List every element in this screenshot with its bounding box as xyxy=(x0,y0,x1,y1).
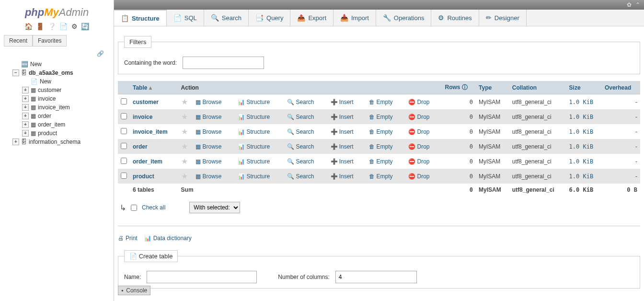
recent-button[interactable]: Recent xyxy=(4,35,33,46)
search-action[interactable]: 🔍Search xyxy=(287,99,314,105)
with-selected-select[interactable]: With selected: xyxy=(189,202,240,213)
empty-action[interactable]: 🗑Empty xyxy=(369,99,392,105)
search-action[interactable]: 🔍Search xyxy=(287,128,314,135)
check-all-checkbox[interactable] xyxy=(131,205,137,211)
row-checkbox[interactable] xyxy=(121,128,127,134)
help-icon[interactable]: ⓘ xyxy=(462,84,468,91)
table-name-link[interactable]: customer xyxy=(133,99,159,105)
row-checkbox[interactable] xyxy=(121,158,127,164)
reload-icon[interactable]: 🔄 xyxy=(81,23,89,30)
structure-action[interactable]: 📊Structure xyxy=(238,99,270,105)
insert-action[interactable]: ➕Insert xyxy=(331,114,354,120)
tab-sql[interactable]: 📄SQL xyxy=(167,10,204,26)
structure-action[interactable]: 📊Structure xyxy=(238,128,270,135)
tab-import[interactable]: 📥Import xyxy=(334,10,376,26)
browse-action[interactable]: ▦Browse xyxy=(196,128,221,135)
insert-action[interactable]: ➕Insert xyxy=(331,99,354,105)
tree-information-schema[interactable]: +🗄information_schema xyxy=(4,138,110,146)
structure-action[interactable]: 📊Structure xyxy=(238,158,270,165)
tab-operations[interactable]: 🔧Operations xyxy=(376,10,432,26)
expand-icon[interactable]: + xyxy=(22,130,29,137)
filter-input[interactable] xyxy=(183,57,264,69)
gear-icon[interactable]: ✿ xyxy=(627,1,632,8)
tab-export[interactable]: 📤Export xyxy=(290,10,334,26)
browse-action[interactable]: ▦Browse xyxy=(196,173,221,180)
search-action[interactable]: 🔍Search xyxy=(287,173,314,180)
drop-action[interactable]: ⛔Drop xyxy=(408,99,429,105)
expand-icon[interactable]: + xyxy=(12,139,19,145)
tab-structure[interactable]: 📋Structure xyxy=(114,10,167,26)
empty-action[interactable]: 🗑Empty xyxy=(369,114,392,120)
favorite-star-icon[interactable]: ★ xyxy=(181,127,188,136)
browse-action[interactable]: ▦Browse xyxy=(196,158,221,165)
browse-action[interactable]: ▦Browse xyxy=(196,114,221,120)
search-action[interactable]: 🔍Search xyxy=(287,143,314,150)
drop-action[interactable]: ⛔Drop xyxy=(408,128,429,135)
favorites-button[interactable]: Favorites xyxy=(33,35,67,46)
logout-icon[interactable]: 🚪 xyxy=(36,23,44,30)
structure-action[interactable]: 📊Structure xyxy=(238,114,270,120)
empty-action[interactable]: 🗑Empty xyxy=(369,143,392,150)
table-name-link[interactable]: product xyxy=(133,173,154,180)
expand-icon[interactable]: + xyxy=(22,113,29,119)
structure-action[interactable]: 📊Structure xyxy=(238,143,270,150)
tree-table-customer[interactable]: +▦customer xyxy=(4,86,110,94)
link-icon[interactable]: 🔗 xyxy=(97,50,104,57)
tree-table-product[interactable]: +▦product xyxy=(4,129,110,138)
table-name-link[interactable]: invoice xyxy=(133,114,152,120)
tree-table-invoice[interactable]: +▦invoice xyxy=(4,94,110,103)
drop-action[interactable]: ⛔Drop xyxy=(408,173,429,180)
expand-icon[interactable]: + xyxy=(22,104,29,111)
insert-action[interactable]: ➕Insert xyxy=(331,143,354,150)
tree-table-invoice_item[interactable]: +▦invoice_item xyxy=(4,103,110,112)
tree-db-new-table[interactable]: 📄New xyxy=(4,77,110,86)
create-name-input[interactable] xyxy=(147,271,257,283)
empty-action[interactable]: 🗑Empty xyxy=(369,173,392,180)
insert-action[interactable]: ➕Insert xyxy=(331,173,354,180)
row-checkbox[interactable] xyxy=(121,98,127,104)
console-bar[interactable]: ▪ Console xyxy=(118,286,150,295)
tree-table-order[interactable]: +▦order xyxy=(4,112,110,120)
logo[interactable]: phpMyAdmin xyxy=(0,2,114,21)
tab-search[interactable]: 🔍Search xyxy=(204,10,249,26)
favorite-star-icon[interactable]: ★ xyxy=(181,98,188,106)
expand-icon[interactable]: + xyxy=(22,121,29,128)
tab-routines[interactable]: ⚙Routines xyxy=(431,10,479,26)
collapse-panel-icon[interactable]: ⌃ xyxy=(635,1,640,8)
settings-icon[interactable]: ⚙ xyxy=(71,23,78,30)
search-action[interactable]: 🔍Search xyxy=(287,158,314,165)
collapse-icon[interactable]: − xyxy=(12,69,19,76)
drop-action[interactable]: ⛔Drop xyxy=(408,143,429,150)
expand-icon[interactable]: + xyxy=(22,95,29,102)
empty-action[interactable]: 🗑Empty xyxy=(369,158,392,165)
favorite-star-icon[interactable]: ★ xyxy=(181,142,188,150)
insert-action[interactable]: ➕Insert xyxy=(331,128,354,135)
tab-designer[interactable]: ✏Designer xyxy=(479,10,527,26)
row-checkbox[interactable] xyxy=(121,113,127,119)
data-dictionary-link[interactable]: 📊Data dictionary xyxy=(144,235,192,242)
tree-new-db[interactable]: 🆕New xyxy=(4,60,110,69)
drop-action[interactable]: ⛔Drop xyxy=(408,158,429,165)
create-cols-input[interactable] xyxy=(335,271,417,283)
docs-icon[interactable]: ❔ xyxy=(48,23,56,30)
tab-query[interactable]: 📑Query xyxy=(249,10,290,26)
favorite-star-icon[interactable]: ★ xyxy=(181,172,188,180)
sql-icon[interactable]: 📄 xyxy=(59,23,68,30)
favorite-star-icon[interactable]: ★ xyxy=(181,157,188,165)
insert-action[interactable]: ➕Insert xyxy=(331,158,354,165)
favorite-star-icon[interactable]: ★ xyxy=(181,113,188,121)
table-name-link[interactable]: invoice_item xyxy=(133,128,168,135)
empty-action[interactable]: 🗑Empty xyxy=(369,128,392,135)
row-checkbox[interactable] xyxy=(121,143,127,149)
structure-action[interactable]: 📊Structure xyxy=(238,173,270,180)
check-all-label[interactable]: Check all xyxy=(142,204,165,211)
browse-action[interactable]: ▦Browse xyxy=(196,143,221,150)
search-action[interactable]: 🔍Search xyxy=(287,114,314,120)
row-checkbox[interactable] xyxy=(121,173,127,179)
tree-db-active[interactable]: −🗄db_a5aa3e_oms xyxy=(4,69,110,77)
table-name-link[interactable]: order xyxy=(133,143,148,150)
expand-icon[interactable]: + xyxy=(22,87,29,93)
home-icon[interactable]: 🏠 xyxy=(24,23,33,30)
print-link[interactable]: 🖨Print xyxy=(118,235,138,242)
table-name-link[interactable]: order_item xyxy=(133,158,162,165)
